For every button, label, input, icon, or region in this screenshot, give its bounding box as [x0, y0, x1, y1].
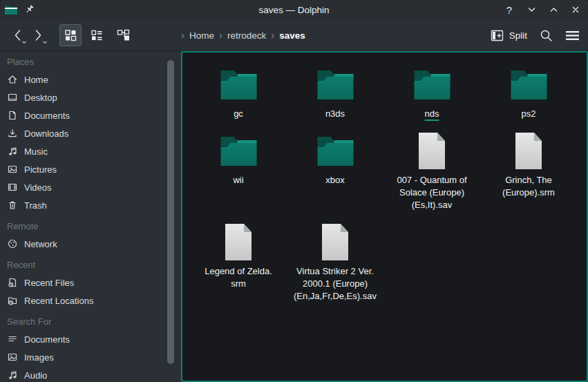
folder-icon — [509, 68, 549, 101]
section-remote: Remote — [0, 217, 181, 235]
trash-icon — [7, 200, 18, 211]
folder-icon — [316, 134, 355, 167]
file-icon — [223, 222, 254, 262]
forward-history-caret-icon[interactable] — [42, 41, 48, 44]
folder-icon — [316, 68, 355, 101]
section-recent: Recent — [0, 256, 181, 274]
sidebar-item-home[interactable]: Home — [0, 70, 181, 88]
sidebar-item-music[interactable]: Music — [0, 142, 181, 160]
recent-locations-icon — [7, 295, 18, 306]
sidebar-item-videos[interactable]: Videos — [0, 178, 181, 196]
file-icon — [417, 131, 447, 171]
file-item-legend-of-zelda[interactable]: Legend of Zelda. srm — [190, 221, 287, 303]
window-title: saves — Dolphin — [0, 5, 588, 15]
app-folder-icon — [4, 4, 18, 15]
film-icon — [7, 182, 18, 193]
help-button[interactable]: ? — [504, 3, 515, 16]
forward-button[interactable] — [29, 25, 47, 46]
folder-item-xbox[interactable]: xbox — [287, 130, 383, 211]
sidebar-item-network[interactable]: Network — [0, 235, 181, 253]
sidebar-item-pictures[interactable]: Pictures — [0, 160, 181, 178]
folder-icon — [412, 68, 452, 101]
split-view-icon — [491, 30, 504, 41]
file-icon — [513, 131, 544, 171]
places-panel: Places Home Desktop Documents — [0, 51, 181, 382]
folder-view[interactable]: gc n3ds nds ps2 wii — [181, 51, 588, 382]
file-item-virtua-striker-2[interactable]: Virtua Striker 2 Ver. 2000.1 (Europe) (E… — [287, 221, 383, 303]
folder-item-wii[interactable]: wii — [190, 130, 287, 211]
sidebar-item-search-documents[interactable]: Documents — [0, 330, 181, 348]
sidebar-item-search-images[interactable]: Images — [0, 348, 181, 366]
tree-view-icon — [117, 29, 130, 41]
breadcrumb: › Home › retrodeck › saves — [181, 19, 305, 51]
folder-icon — [219, 134, 258, 167]
back-history-caret-icon[interactable] — [21, 41, 27, 44]
sidebar-item-recent-locations[interactable]: Recent Locations — [0, 292, 181, 309]
toolbar: › Home › retrodeck › saves Split — [0, 19, 588, 51]
sidebar-item-search-audio[interactable]: Audio — [0, 366, 181, 382]
document-icon — [7, 110, 18, 121]
network-icon — [7, 238, 18, 249]
folder-icon — [219, 68, 258, 101]
file-item-007-quantum-of-solace[interactable]: 007 - Quantum of Solace (Europe) (Es,It)… — [383, 130, 480, 211]
home-icon — [7, 74, 18, 85]
back-button[interactable] — [8, 25, 26, 46]
sidebar-item-trash[interactable]: Trash — [0, 196, 181, 214]
icons-view-icon — [64, 29, 77, 41]
close-button[interactable] — [570, 3, 581, 16]
details-view-icon — [91, 29, 103, 41]
section-places: Places — [0, 52, 181, 70]
text-lines-icon — [7, 334, 18, 345]
sidebar-item-recent-files[interactable]: Recent Files — [0, 274, 181, 292]
titlebar: saves — Dolphin ? — [0, 0, 588, 19]
breadcrumb-retrodeck[interactable]: retrodeck — [227, 30, 266, 41]
split-label: Split — [509, 30, 527, 41]
folder-item-ps2[interactable]: ps2 — [480, 64, 577, 120]
music-note-icon — [7, 370, 18, 381]
icon-grid: gc n3ds nds ps2 wii — [182, 52, 587, 303]
recent-files-icon — [7, 277, 18, 288]
chevron-right-icon: › — [219, 29, 222, 41]
folder-item-gc[interactable]: gc — [190, 64, 287, 120]
music-note-icon — [7, 146, 18, 157]
image-icon — [7, 164, 18, 175]
image-icon — [7, 352, 18, 363]
split-button[interactable]: Split — [491, 30, 527, 41]
breadcrumb-home[interactable]: Home — [189, 30, 214, 41]
tree-view-button[interactable] — [112, 24, 134, 46]
sidebar-item-desktop[interactable]: Desktop — [0, 88, 181, 106]
maximize-button[interactable] — [548, 3, 559, 16]
chevron-right-icon: › — [181, 29, 184, 41]
view-mode-group — [59, 24, 134, 46]
sidebar-item-downloads[interactable]: Downloads — [0, 124, 181, 142]
details-view-button[interactable] — [86, 24, 108, 46]
sidebar-scrollbar[interactable] — [167, 60, 174, 364]
hamburger-menu-icon[interactable] — [565, 30, 580, 41]
dolphin-window: saves — Dolphin ? — [0, 0, 588, 382]
download-icon — [7, 128, 18, 139]
chevron-right-icon: › — [271, 29, 274, 41]
minimize-button[interactable] — [526, 3, 537, 16]
file-icon — [320, 222, 350, 262]
breadcrumb-saves[interactable]: saves — [279, 30, 305, 41]
file-item-grinch-the[interactable]: Grinch, The (Europe).srm — [480, 130, 577, 211]
search-icon[interactable] — [540, 29, 553, 42]
section-search-for: Search For — [0, 312, 181, 330]
desktop-icon — [7, 92, 18, 103]
folder-item-n3ds[interactable]: n3ds — [287, 64, 383, 120]
sidebar-item-documents[interactable]: Documents — [0, 106, 181, 124]
folder-item-nds[interactable]: nds — [383, 64, 480, 120]
pin-icon[interactable] — [25, 5, 35, 15]
icons-view-button[interactable] — [59, 24, 82, 46]
